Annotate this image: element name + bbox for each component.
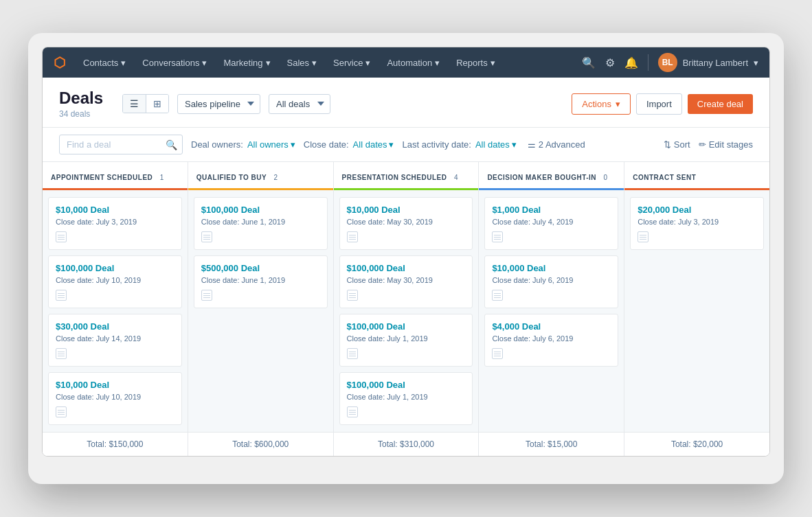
- deal-card[interactable]: $20,000 Deal Close date: July 3, 2019: [630, 197, 764, 250]
- advanced-filters-button[interactable]: ⚌ 2 Advanced: [528, 139, 585, 150]
- filter-icon: ⚌: [528, 139, 536, 150]
- deal-card[interactable]: $10,000 Deal Close date: May 30, 2019: [339, 197, 473, 250]
- col-count-qualified: 2: [274, 174, 278, 181]
- deal-card[interactable]: $1,000 Deal Close date: July 4, 2019: [484, 197, 618, 250]
- deal-card[interactable]: $100,000 Deal Close date: June 1, 2019: [194, 197, 328, 250]
- search-icon[interactable]: 🔍: [582, 56, 596, 69]
- deal-card[interactable]: $30,000 Deal Close date: July 14, 2019: [48, 314, 182, 367]
- col-header-decision: DECISION MAKER BOUGHT-IN 0: [479, 162, 624, 190]
- kanban-col-appointment: APPOINTMENT SCHEDULED 1 $10,000 Deal Clo…: [43, 162, 188, 456]
- deal-amount: $20,000 Deal: [638, 205, 756, 215]
- deal-card[interactable]: $100,000 Deal Close date: July 1, 2019: [339, 314, 473, 367]
- deal-card[interactable]: $100,000 Deal Close date: July 1, 2019: [339, 372, 473, 425]
- col-footer-contract: Total: $20,000: [624, 432, 769, 456]
- nav-sales[interactable]: Sales ▾: [280, 55, 324, 71]
- last-activity-button[interactable]: All dates ▾: [475, 139, 517, 150]
- actions-button[interactable]: Actions ▾: [572, 93, 631, 115]
- col-cards-contract: $20,000 Deal Close date: July 3, 2019: [624, 190, 769, 432]
- deal-close-date: Close date: July 6, 2019: [492, 276, 611, 284]
- deal-amount: $1,000 Deal: [492, 205, 611, 215]
- chevron-down-icon: ▾: [616, 99, 620, 109]
- deal-icon: [492, 290, 503, 301]
- deal-card[interactable]: $100,000 Deal Close date: May 30, 2019: [339, 255, 473, 308]
- deal-icon: [56, 290, 67, 301]
- grid-view-toggle[interactable]: ⊞: [146, 95, 168, 113]
- deal-card[interactable]: $100,000 Deal Close date: July 10, 2019: [48, 255, 182, 308]
- deal-card[interactable]: $10,000 Deal Close date: July 6, 2019: [484, 255, 618, 308]
- search-wrap: 🔍: [59, 135, 183, 154]
- laptop-frame: ⬡ Contacts ▾ Conversations ▾ Marketing ▾…: [28, 33, 784, 484]
- nav-conversations[interactable]: Conversations ▾: [135, 55, 214, 71]
- user-menu[interactable]: BL Brittany Lambert ▾: [658, 53, 758, 72]
- import-button[interactable]: Import: [636, 93, 682, 115]
- close-date-filter: Close date: All dates ▾: [304, 139, 394, 150]
- deal-amount: $10,000 Deal: [56, 380, 174, 390]
- deal-close-date: Close date: July 10, 2019: [56, 393, 174, 401]
- close-date-button[interactable]: All dates ▾: [353, 139, 394, 150]
- kanban-col-contract: CONTRACT SENT $20,000 Deal Close date: J…: [624, 162, 769, 456]
- screen: ⬡ Contacts ▾ Conversations ▾ Marketing ▾…: [42, 47, 770, 457]
- nav-automation[interactable]: Automation ▾: [380, 55, 447, 71]
- deal-close-date: Close date: July 1, 2019: [347, 393, 466, 401]
- deal-icon: [492, 348, 503, 359]
- col-title-decision: DECISION MAKER BOUGHT-IN: [487, 174, 596, 181]
- nav-contacts[interactable]: Contacts ▾: [76, 55, 133, 71]
- deal-icon: [56, 348, 67, 359]
- search-input[interactable]: [59, 135, 183, 154]
- col-title-contract: CONTRACT SENT: [633, 174, 696, 181]
- deal-close-date: Close date: July 1, 2019: [347, 334, 466, 343]
- col-title-presentation: PRESENTATION SCHEDULED: [342, 174, 447, 181]
- deal-close-date: Close date: June 1, 2019: [201, 276, 320, 284]
- col-cards-appointment: $10,000 Deal Close date: July 3, 2019 $1…: [43, 190, 188, 432]
- deal-icon: [492, 231, 503, 242]
- edit-stages-button[interactable]: ✏ Edit stages: [699, 139, 753, 150]
- col-cards-qualified: $100,000 Deal Close date: June 1, 2019 $…: [188, 190, 333, 432]
- create-deal-button[interactable]: Create deal: [688, 94, 753, 114]
- deal-icon: [347, 231, 358, 242]
- settings-icon[interactable]: ⚙: [605, 56, 615, 69]
- deals-filter-select[interactable]: All deals: [269, 94, 330, 114]
- nav-marketing[interactable]: Marketing ▾: [216, 55, 277, 71]
- deal-icon: [638, 231, 649, 242]
- deal-card[interactable]: $500,000 Deal Close date: June 1, 2019: [194, 255, 328, 308]
- deal-icon: [347, 406, 358, 417]
- sort-button[interactable]: ⇅ Sort: [664, 139, 690, 150]
- deal-icon: [56, 406, 67, 417]
- kanban-col-qualified: QUALIFIED TO BUY 2 $100,000 Deal Close d…: [188, 162, 334, 456]
- deal-owners-button[interactable]: All owners ▾: [247, 139, 295, 150]
- deal-amount: $500,000 Deal: [201, 263, 320, 273]
- deal-close-date: Close date: May 30, 2019: [347, 276, 466, 284]
- filters-bar: 🔍 Deal owners: All owners ▾ Close date: …: [43, 128, 769, 162]
- search-button[interactable]: 🔍: [166, 139, 177, 150]
- view-toggles: ☰ ⊞: [122, 94, 169, 113]
- kanban-col-decision: DECISION MAKER BOUGHT-IN 0 $1,000 Deal C…: [479, 162, 624, 456]
- last-activity-filter: Last activity date: All dates ▾: [402, 139, 516, 150]
- kanban-board: APPOINTMENT SCHEDULED 1 $10,000 Deal Clo…: [43, 162, 769, 456]
- deal-close-date: Close date: July 3, 2019: [56, 218, 174, 226]
- pencil-icon: ✏: [699, 139, 706, 150]
- list-view-toggle[interactable]: ☰: [123, 95, 146, 113]
- deal-amount: $4,000 Deal: [492, 321, 611, 332]
- nav-reports[interactable]: Reports ▾: [449, 55, 502, 71]
- deal-close-date: Close date: June 1, 2019: [201, 218, 320, 226]
- deal-card[interactable]: $4,000 Deal Close date: July 6, 2019: [484, 314, 618, 367]
- deal-card[interactable]: $10,000 Deal Close date: July 10, 2019: [48, 372, 182, 425]
- deal-close-date: Close date: July 6, 2019: [492, 334, 611, 343]
- page-title-area: Deals 34 deals: [59, 89, 103, 119]
- deal-close-date: Close date: July 10, 2019: [56, 276, 174, 284]
- hubspot-logo: ⬡: [54, 54, 65, 71]
- deal-amount: $100,000 Deal: [347, 380, 466, 390]
- deal-icon: [56, 231, 67, 242]
- col-cards-decision: $1,000 Deal Close date: July 4, 2019 $10…: [479, 190, 624, 432]
- col-count-decision: 0: [604, 174, 608, 181]
- col-title-qualified: QUALIFIED TO BUY: [196, 174, 267, 181]
- col-footer-qualified: Total: $600,000: [188, 432, 333, 456]
- nav-service[interactable]: Service ▾: [326, 55, 377, 71]
- kanban-col-presentation: PRESENTATION SCHEDULED 4 $10,000 Deal Cl…: [334, 162, 480, 456]
- pipeline-select[interactable]: Sales pipeline: [177, 94, 260, 114]
- notifications-icon[interactable]: 🔔: [624, 56, 638, 69]
- chevron-down-icon: ▾: [389, 139, 394, 150]
- deal-amount: $10,000 Deal: [492, 263, 611, 273]
- deal-card[interactable]: $10,000 Deal Close date: July 3, 2019: [48, 197, 182, 250]
- deal-amount: $100,000 Deal: [347, 321, 466, 332]
